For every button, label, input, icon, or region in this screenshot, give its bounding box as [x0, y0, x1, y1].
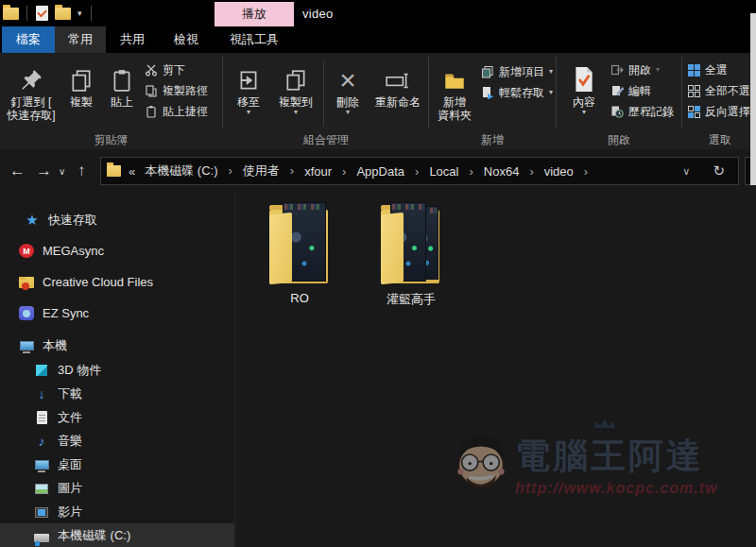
watermark-title: 電腦王阿達: [515, 433, 704, 480]
history-icon: [610, 105, 624, 118]
folder-item-ro[interactable]: RO: [264, 202, 335, 305]
forward-icon[interactable]: →: [36, 149, 52, 193]
quick-access-toolbar: ▾: [0, 0, 96, 26]
screenshot-edge: [750, 13, 756, 185]
sidebar-item-this-pc[interactable]: 本機: [0, 333, 234, 358]
music-icon: ♪: [34, 434, 49, 449]
qat-customize-dropdown-icon[interactable]: ▾: [77, 9, 82, 18]
tab-share[interactable]: 共用: [106, 26, 159, 53]
sidebar-item-desktop[interactable]: 桌面: [0, 453, 234, 477]
back-icon[interactable]: ←: [9, 149, 26, 193]
new-item-icon: [481, 65, 494, 78]
navigation-pane: ★ 快速存取 MEGAsync Creative Cloud Files EZ …: [0, 193, 234, 547]
copy-button[interactable]: 複製: [60, 57, 102, 130]
delete-button[interactable]: × 刪除 ▾: [327, 57, 369, 130]
sidebar-item-pictures[interactable]: 圖片: [0, 476, 234, 501]
copy-path-icon: [145, 84, 158, 97]
star-icon: ★: [25, 213, 40, 228]
tab-view[interactable]: 檢視: [159, 26, 214, 53]
group-divider: [556, 57, 557, 128]
pin-to-quick-access-button[interactable]: 釘選到 [快速存取]: [2, 57, 60, 130]
sidebar-item-music[interactable]: ♪ 音樂: [0, 429, 234, 453]
sidebar-item-3d-objects[interactable]: 3D 物件: [0, 358, 234, 383]
edit-icon: [610, 84, 624, 97]
contextual-tab-header-play[interactable]: 播放: [215, 2, 294, 26]
group-label-organize: 組合管理: [225, 132, 427, 147]
edit-button[interactable]: 編輯: [610, 81, 651, 100]
sidebar-item-videos[interactable]: 影片: [0, 500, 234, 524]
tab-home[interactable]: 常用: [55, 26, 106, 53]
watermark-mascot-face: [453, 433, 509, 504]
open-button[interactable]: 開啟 ▾: [610, 60, 660, 79]
title-bar: ▾ 播放 video: [0, 0, 756, 26]
sidebar-item-downloads[interactable]: ↓ 下載: [0, 382, 234, 406]
new-item-button[interactable]: 新增項目 ▾: [481, 62, 553, 81]
tab-file[interactable]: 檔案: [2, 26, 55, 53]
sidebar-item-local-disk-c[interactable]: 本機磁碟 (C:): [0, 523, 234, 547]
qat-folder-icon[interactable]: [3, 8, 19, 20]
sidebar-item-megasync[interactable]: MEGAsync: [0, 238, 234, 263]
pictures-icon: [34, 481, 49, 496]
file-list-area[interactable]: RO 灌籃高手: [234, 193, 756, 547]
folder-icon: [107, 165, 121, 177]
dropdown-icon: ▾: [582, 109, 586, 116]
paste-shortcut-button[interactable]: 貼上捷徑: [145, 102, 208, 121]
copy-path-button[interactable]: 複製路徑: [145, 81, 208, 100]
recent-locations-chevron-icon[interactable]: ∨: [59, 149, 65, 193]
address-box[interactable]: « 本機磁碟 (C:) 使用者 xfour AppData Local Nox6…: [100, 157, 739, 185]
invert-selection-button[interactable]: 反向選擇: [688, 102, 750, 121]
sidebar-item-ez-sync[interactable]: EZ Sync: [0, 300, 234, 325]
paste-shortcut-icon: [145, 105, 158, 118]
qat-properties-icon[interactable]: [36, 6, 48, 21]
sidebar-item-quick-access[interactable]: ★ 快速存取: [0, 208, 234, 232]
watermark: 電腦王阿達 http://www.kocpc.com.tw: [453, 427, 755, 521]
move-to-button[interactable]: 移至 ▾: [228, 57, 269, 130]
watermark-url: http://www.kocpc.com.tw: [515, 480, 717, 497]
breadcrumb-segment[interactable]: Local: [427, 164, 481, 179]
breadcrumb-segment[interactable]: 使用者: [241, 162, 302, 179]
tab-video-tools[interactable]: 視訊工具: [215, 26, 294, 53]
copy-icon: [69, 60, 94, 93]
this-pc-icon: [19, 338, 34, 353]
breadcrumb-segment[interactable]: 本機磁碟 (C:): [143, 162, 241, 179]
desktop-icon: [34, 457, 49, 472]
ez-sync-icon: [19, 306, 34, 320]
folder-item-slam-dunk[interactable]: 灌籃高手: [375, 202, 447, 308]
refresh-icon[interactable]: ↻: [705, 162, 732, 179]
breadcrumb-segment[interactable]: AppData: [354, 164, 427, 179]
sidebar-item-creative-cloud-files[interactable]: Creative Cloud Files: [0, 269, 234, 294]
breadcrumb-prefix: «: [129, 164, 143, 179]
qat-new-folder-icon[interactable]: [55, 8, 71, 20]
group-label-new: 新增: [430, 132, 555, 147]
rename-icon: [385, 60, 411, 93]
address-dropdown-chevron-icon[interactable]: ∨: [667, 165, 705, 178]
history-button[interactable]: 歷程記錄: [610, 102, 674, 121]
documents-icon: [34, 410, 49, 425]
megasync-icon: [19, 244, 34, 258]
easy-access-icon: [481, 86, 494, 99]
sidebar-item-documents[interactable]: 文件: [0, 405, 234, 430]
paste-button[interactable]: 貼上: [102, 57, 142, 130]
select-all-button[interactable]: 全選: [688, 60, 728, 79]
select-none-button[interactable]: 全部不選: [688, 81, 750, 100]
group-divider: [222, 57, 223, 128]
dropdown-icon: ▾: [346, 109, 350, 116]
copy-to-icon: [284, 60, 308, 93]
new-folder-button[interactable]: 新增資料夾: [432, 57, 477, 130]
breadcrumb-segment[interactable]: xfour: [302, 164, 354, 179]
rename-button[interactable]: 重新命名: [369, 57, 427, 130]
up-icon[interactable]: ↑: [77, 149, 86, 193]
group-divider: [428, 57, 429, 128]
copy-to-button[interactable]: 複製到 ▾: [270, 57, 321, 130]
cut-button[interactable]: 剪下: [145, 60, 185, 79]
dropdown-icon: ▾: [294, 109, 298, 116]
videos-icon: [34, 504, 49, 520]
properties-button[interactable]: 內容 ▾: [562, 57, 606, 130]
move-to-icon: [236, 60, 261, 93]
local-disk-icon: [34, 534, 49, 542]
breadcrumb-segment[interactable]: Nox64: [482, 164, 542, 179]
folder-thumbnail-icon: [269, 202, 330, 287]
breadcrumb-segment[interactable]: video: [542, 164, 596, 179]
pin-icon: [19, 60, 43, 93]
easy-access-button[interactable]: 輕鬆存取 ▾: [481, 83, 553, 102]
